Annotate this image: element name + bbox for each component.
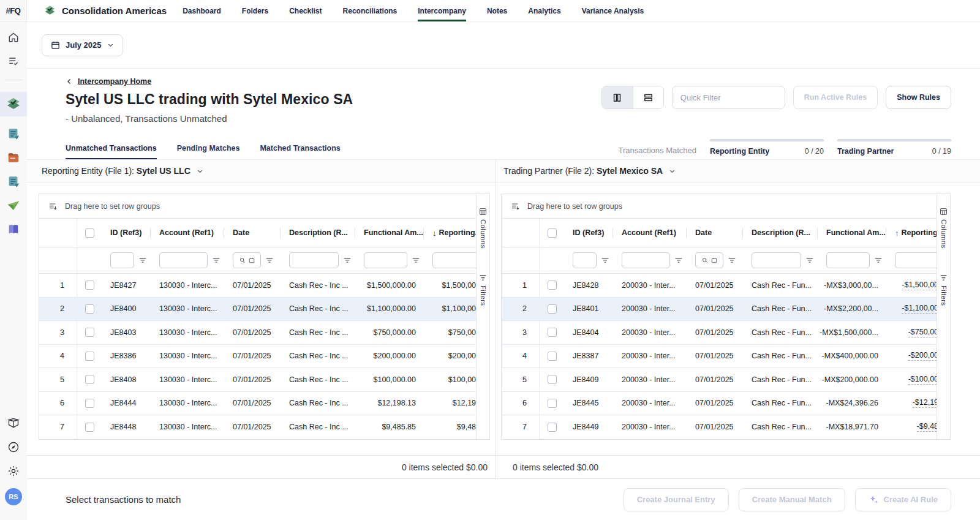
col-header-description[interactable]: Description (R... (281, 219, 355, 247)
table-row[interactable]: 3JE8403130030 - Interc...07/01/2025Cash … (39, 321, 476, 345)
show-rules-button[interactable]: Show Rules (886, 86, 951, 109)
filter-menu-icon[interactable] (805, 256, 814, 265)
trading-partner-panel-header[interactable]: Trading Partner (File 2): Sytel Mexico S… (496, 159, 980, 183)
row-checkbox[interactable] (85, 304, 94, 314)
row-group-dropzone[interactable]: Drag here to set row groups (502, 194, 937, 219)
nav-checklist[interactable]: Checklist (289, 0, 322, 21)
row-checkbox[interactable] (85, 352, 94, 361)
tab-pending-matches[interactable]: Pending Matches (177, 144, 240, 159)
col-header-id[interactable]: ID (Ref3) (564, 219, 613, 247)
table-row[interactable]: 4JE8386130030 - Interc...07/01/2025Cash … (39, 345, 476, 369)
user-avatar[interactable]: RS (5, 488, 22, 505)
filters-tab[interactable]: Filters (479, 274, 487, 306)
select-all-checkbox[interactable] (548, 228, 557, 238)
split-horizontal-toggle[interactable] (633, 86, 663, 108)
filter-menu-icon[interactable] (874, 256, 883, 265)
nav-notes[interactable]: Notes (487, 0, 507, 21)
reporting-filter-input[interactable] (432, 252, 476, 268)
sidebar-item-consolidation-active[interactable] (0, 92, 27, 116)
nav-variance-analysis[interactable]: Variance Analysis (582, 0, 644, 21)
filter-menu-icon[interactable] (265, 256, 274, 265)
col-header-reporting[interactable]: ↑Reporting... (886, 219, 937, 247)
row-checkbox[interactable] (548, 281, 557, 290)
sidebar-item-book-icon[interactable] (7, 222, 20, 236)
row-checkbox[interactable] (85, 281, 94, 290)
app-logo[interactable]: #FQ (0, 0, 27, 21)
filter-menu-icon[interactable] (343, 256, 352, 265)
table-row[interactable]: 6JE8444130030 - Interc...07/01/2025Cash … (39, 392, 476, 416)
tab-unmatched-transactions[interactable]: Unmatched Transactions (66, 144, 157, 159)
col-header-reporting[interactable]: ↓Reporting... (424, 219, 476, 247)
checklist-icon[interactable] (7, 55, 20, 68)
compass-icon[interactable] (7, 440, 20, 454)
row-checkbox[interactable] (85, 328, 94, 337)
home-icon[interactable] (7, 31, 20, 44)
col-header-account[interactable]: Account (Ref1) (613, 219, 687, 247)
nav-analytics[interactable]: Analytics (528, 0, 560, 21)
row-checkbox[interactable] (85, 423, 94, 432)
row-checkbox[interactable] (85, 375, 94, 384)
row-group-dropzone[interactable]: Drag here to set row groups (39, 194, 476, 219)
nav-reconciliations[interactable]: Reconciliations (343, 0, 398, 21)
sidebar-item-document-teal-icon[interactable] (7, 127, 20, 140)
sidebar-item-document-teal2-icon[interactable] (7, 175, 20, 188)
col-header-functional[interactable]: Functional Am... (818, 219, 886, 247)
package-icon[interactable] (7, 416, 20, 430)
filter-menu-icon[interactable] (212, 256, 221, 265)
filter-menu-icon[interactable] (674, 256, 683, 265)
filter-menu-icon[interactable] (728, 256, 736, 265)
table-row[interactable]: 4JE8387200030 - Inter...07/01/2025Cash R… (502, 345, 937, 369)
reporting-filter-input[interactable] (895, 252, 937, 268)
create-journal-entry-button[interactable]: Create Journal Entry (624, 488, 729, 511)
col-header-account[interactable]: Account (Ref1) (151, 219, 224, 247)
functional-filter-input[interactable] (826, 252, 870, 268)
nav-intercompany[interactable]: Intercompany (418, 0, 466, 21)
table-row[interactable]: 7JE8448130030 - Interc...07/01/2025Cash … (39, 415, 476, 439)
col-header-date[interactable]: Date (224, 219, 281, 247)
table-row[interactable]: 6JE8445200030 - Inter...07/01/2025Cash R… (502, 392, 937, 416)
nav-folders[interactable]: Folders (242, 0, 268, 21)
account-filter-input[interactable] (159, 252, 208, 268)
row-checkbox[interactable] (548, 352, 557, 361)
functional-filter-input[interactable] (364, 252, 407, 268)
quick-filter-input[interactable] (672, 86, 785, 109)
table-row[interactable]: 7JE8449200030 - Inter...07/01/2025Cash R… (502, 415, 937, 439)
nav-dashboard[interactable]: Dashboard (183, 0, 221, 21)
row-checkbox[interactable] (548, 304, 557, 314)
reporting-entity-panel-header[interactable]: Reporting Entity (File 1): Sytel US LLC (27, 159, 496, 183)
col-header-date[interactable]: Date (687, 219, 743, 247)
filter-menu-icon[interactable] (601, 256, 609, 265)
description-filter-input[interactable] (289, 252, 339, 268)
tab-matched-transactions[interactable]: Matched Transactions (260, 144, 340, 159)
description-filter-input[interactable] (752, 252, 801, 268)
sidebar-item-paper-plane-icon[interactable] (7, 198, 20, 212)
run-active-rules-button[interactable]: Run Active Rules (793, 86, 878, 109)
filter-menu-icon[interactable] (412, 256, 420, 265)
row-checkbox[interactable] (548, 375, 557, 384)
select-all-checkbox[interactable] (85, 228, 94, 238)
create-ai-rule-button[interactable]: Create AI Rule (855, 488, 951, 511)
split-vertical-toggle[interactable] (602, 86, 633, 108)
table-row[interactable]: 5JE8408130030 - Interc...07/01/2025Cash … (39, 368, 476, 392)
table-row[interactable]: 1JE8428200030 - Inter...07/01/2025Cash R… (502, 274, 937, 298)
table-row[interactable]: 3JE8404200030 - Inter...07/01/2025Cash R… (502, 321, 937, 345)
col-header-functional[interactable]: Functional Am... (355, 219, 424, 247)
table-row[interactable]: 2JE8400130030 - Interc...07/01/2025Cash … (39, 298, 476, 322)
columns-tab[interactable]: Columns (479, 208, 487, 248)
filters-tab[interactable]: Filters (940, 274, 948, 306)
row-checkbox[interactable] (85, 399, 94, 408)
filter-menu-icon[interactable] (138, 256, 147, 265)
table-row[interactable]: 5JE8409200030 - Inter...07/01/2025Cash R… (502, 368, 937, 392)
create-manual-match-button[interactable]: Create Manual Match (739, 488, 845, 511)
row-checkbox[interactable] (548, 328, 557, 337)
columns-tab[interactable]: Columns (940, 208, 948, 248)
table-row[interactable]: 1JE8427130030 - Interc...07/01/2025Cash … (39, 274, 476, 298)
id-filter-input[interactable] (573, 252, 597, 268)
col-header-description[interactable]: Description (R... (743, 219, 818, 247)
row-checkbox[interactable] (548, 423, 557, 432)
gear-icon[interactable] (7, 464, 20, 478)
id-filter-input[interactable] (110, 252, 134, 268)
sidebar-item-folder-icon[interactable] (7, 151, 20, 164)
account-filter-input[interactable] (622, 252, 670, 268)
date-filter-input[interactable] (233, 252, 261, 268)
